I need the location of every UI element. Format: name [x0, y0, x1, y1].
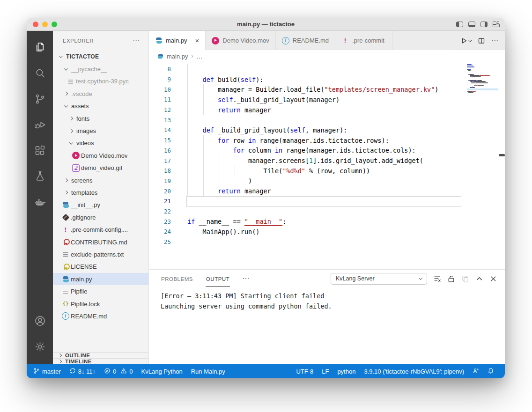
- code-line-18[interactable]: 18 Tile("%d%d" % (row, column)): [149, 166, 460, 176]
- panel-tab-output[interactable]: OUTPUT: [206, 271, 230, 287]
- tree-item-videos[interactable]: videos: [53, 137, 148, 149]
- code-line-12[interactable]: 12 return manager: [149, 105, 460, 115]
- explorer-icon[interactable]: [29, 35, 51, 60]
- source-control-icon[interactable]: [29, 86, 51, 112]
- tree-item-vscode[interactable]: .vscode: [53, 88, 148, 100]
- toggle-panel-icon[interactable]: [468, 22, 475, 27]
- panel-tab-problems[interactable]: PROBLEMS: [161, 271, 193, 287]
- close-window-button[interactable]: [33, 22, 38, 27]
- code-line-11[interactable]: 11 self._build_grid_layout(manager): [149, 95, 460, 105]
- run-python-file-button[interactable]: [460, 37, 472, 44]
- tab-demo-video-mov[interactable]: Demo Video.mov: [206, 31, 275, 50]
- breadcrumb-file[interactable]: main.py: [167, 53, 188, 60]
- tree-item-screens[interactable]: screens: [53, 174, 148, 186]
- tree-item-images[interactable]: images: [53, 125, 148, 137]
- tree-item-label: videos: [76, 140, 94, 147]
- editor-more-actions-icon[interactable]: ⋯: [491, 37, 499, 45]
- code-line-14[interactable]: 14 def _build_grid_layout(self, manager)…: [149, 125, 460, 135]
- account-icon[interactable]: [29, 308, 51, 334]
- tree-item-init-py[interactable]: __init__.py: [53, 199, 148, 211]
- toggle-sidebar-icon[interactable]: [456, 22, 463, 27]
- close-panel-icon[interactable]: [489, 275, 497, 283]
- tree-item-demo-video-mov[interactable]: Demo Video.mov: [53, 149, 148, 162]
- output-channel-select[interactable]: KvLang Server: [331, 273, 427, 285]
- code-line-23[interactable]: 23if __name__ == "__main__":: [149, 216, 460, 227]
- tree-item-pipfile[interactable]: Pipfile: [53, 285, 148, 297]
- run-dropdown-chevron-icon[interactable]: [468, 38, 472, 42]
- tree-item-pre-commit-config[interactable]: .pre-commit-config....: [53, 223, 148, 235]
- tree-item-label: Demo Video.mov: [81, 152, 127, 159]
- tree-item-contributing-md[interactable]: CONTRIBUTING.md: [53, 236, 148, 248]
- kvlang-status[interactable]: KvLang Python: [137, 368, 187, 375]
- code-line-22[interactable]: 22: [149, 206, 460, 217]
- text-file-icon: [62, 250, 69, 258]
- problems-status[interactable]: 00: [100, 368, 137, 375]
- minimize-window-button[interactable]: [42, 22, 48, 27]
- tree-item-fonts[interactable]: fonts: [53, 112, 148, 125]
- toggle-secondary-sidebar-icon[interactable]: [480, 22, 488, 27]
- panel-more-actions-icon[interactable]: ⋯: [242, 274, 250, 283]
- tree-item-readme-md[interactable]: README.md: [53, 310, 148, 322]
- tab-pre-commit[interactable]: .pre-commit-: [335, 31, 393, 50]
- extensions-icon[interactable]: [29, 138, 51, 163]
- tree-item-demo-video-gif[interactable]: demo_video.gif: [53, 162, 148, 174]
- split-editor-icon[interactable]: [478, 37, 485, 44]
- breadcrumb[interactable]: main.py › …: [149, 50, 505, 62]
- run-debug-icon[interactable]: [29, 112, 51, 138]
- sync-status[interactable]: 8↓ 11↑: [65, 368, 100, 375]
- code-line-13[interactable]: 13: [149, 115, 460, 125]
- feedback-status[interactable]: [468, 368, 483, 375]
- tab-main-py[interactable]: main.py×: [149, 31, 206, 50]
- code-line-9[interactable]: 9 def build(self):: [149, 74, 460, 85]
- tree-item-tictactoe[interactable]: TICTACTOE: [53, 51, 148, 63]
- language-mode-status[interactable]: python: [333, 368, 360, 375]
- section-outline[interactable]: OUTLINE: [53, 352, 148, 358]
- tab-readme-md[interactable]: README.md: [276, 31, 335, 50]
- code-line-15[interactable]: 15 for row in range(manager.ids.tictacto…: [149, 135, 460, 146]
- tree-item-gitignore[interactable]: .gitignore: [53, 211, 148, 223]
- testing-icon[interactable]: [29, 163, 51, 189]
- tree-item-assets[interactable]: assets: [53, 100, 148, 112]
- maximize-panel-icon[interactable]: [475, 275, 483, 283]
- run-main-status[interactable]: Run Main.py: [187, 368, 229, 375]
- breadcrumb-symbol[interactable]: …: [197, 53, 203, 60]
- tree-item-templates[interactable]: templates: [53, 186, 148, 199]
- customize-layout-icon[interactable]: [493, 22, 499, 27]
- git-branch-status[interactable]: master: [33, 368, 65, 375]
- editor-scrollbar[interactable]: [498, 62, 505, 269]
- tree-item-test-cpython-39-pyc[interactable]: test.cpython-39.pyc: [53, 75, 148, 88]
- eol-status[interactable]: LF: [318, 368, 333, 375]
- editor-sash-handle[interactable]: [499, 154, 505, 156]
- encoding-status[interactable]: UTF-8: [296, 368, 318, 375]
- code-editor[interactable]: 89 def build(self):10 manager = Builder.…: [149, 62, 505, 269]
- zoom-window-button[interactable]: [52, 22, 57, 27]
- tree-item-label: CONTRIBUTING.md: [71, 239, 127, 246]
- code-line-21[interactable]: 21: [149, 196, 460, 206]
- clear-output-icon[interactable]: [433, 275, 441, 283]
- unlock-scroll-icon[interactable]: [447, 275, 455, 283]
- section-timeline[interactable]: TIMELINE: [53, 358, 148, 364]
- notifications-status[interactable]: [483, 368, 498, 375]
- tree-item-exclude-patterns-txt[interactable]: exclude-patterns.txt: [53, 248, 148, 260]
- code-line-16[interactable]: 16 for column in range(manager.ids.ticta…: [149, 146, 460, 156]
- code-line-8[interactable]: 8: [149, 64, 460, 74]
- explorer-more-actions-icon[interactable]: ⋯: [133, 37, 140, 45]
- code-line-10[interactable]: 10 manager = Builder.load_file("template…: [149, 84, 460, 95]
- code-line-19[interactable]: 19 ): [149, 176, 460, 186]
- tree-item-pipfile-lock[interactable]: Pipfile.lock: [53, 298, 148, 310]
- code-line-24[interactable]: 24 MainApp().run(): [149, 227, 460, 237]
- code-line-25[interactable]: 25: [149, 237, 460, 247]
- minimap[interactable]: [467, 62, 496, 95]
- output-log[interactable]: [Error – 3:11:43 PM] Starting client fai…: [149, 287, 505, 311]
- code-line-20[interactable]: 20 return manager: [149, 186, 460, 196]
- search-icon[interactable]: [29, 60, 51, 86]
- settings-icon[interactable]: [29, 334, 51, 360]
- tree-item-license[interactable]: LICENSE: [53, 261, 148, 273]
- tree-item-main-py[interactable]: main.py: [53, 273, 148, 285]
- braces-icon: [62, 300, 69, 308]
- python-interpreter-status[interactable]: 3.9.10 ('tictactoe-rNbGVAL9': pipenv): [360, 368, 468, 375]
- docker-icon[interactable]: [29, 189, 51, 215]
- tree-item-pycache[interactable]: __pycache__: [53, 63, 148, 75]
- code-line-17[interactable]: 17 manager.screens[1].ids.grid_layout.ad…: [149, 155, 460, 166]
- close-tab-icon[interactable]: ×: [195, 37, 200, 44]
